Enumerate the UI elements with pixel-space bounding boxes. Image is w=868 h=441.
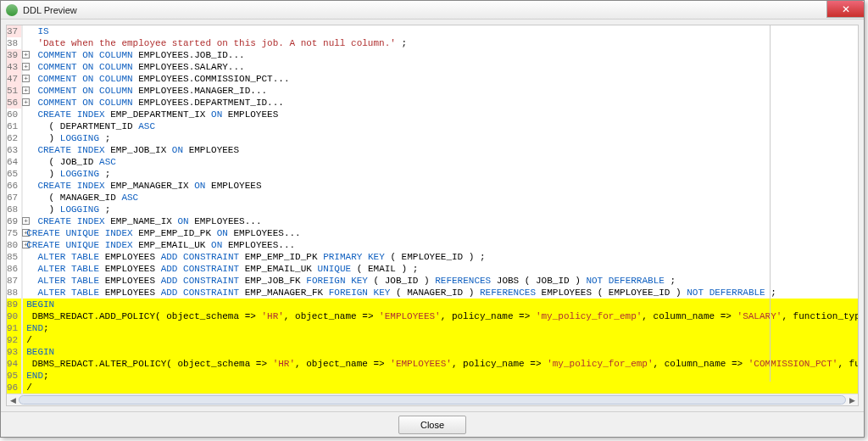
titlebar: DDL Preview ✕ [1,1,864,20]
code-cell[interactable]: CREATE UNIQUE INDEX EMP_EMAIL_UK ON EMPL… [23,239,858,251]
line-number: 37 [7,25,22,37]
code-cell[interactable]: END; [23,370,858,382]
code-line: 51+ COMMENT ON COLUMN EMPLOYEES.MANAGER_… [7,85,858,97]
line-number: 64 [7,156,22,168]
code-line: 47+ COMMENT ON COLUMN EMPLOYEES.COMMISSI… [7,73,858,85]
app-icon [6,4,18,16]
line-number: 51 [7,85,22,97]
code-line: 75+CREATE UNIQUE INDEX EMP_EMP_ID_PK ON … [7,227,858,239]
code-line: 39+ COMMENT ON COLUMN EMPLOYEES.JOB_ID..… [7,49,858,61]
scroll-left-arrow-icon[interactable]: ◀ [7,394,19,406]
code-line: 61 ( DEPARTMENT_ID ASC [7,120,858,132]
line-number: 67 [7,192,22,204]
line-number: 88 [7,287,22,299]
line-number: 68 [7,204,22,215]
code-line: 90 DBMS_REDACT.ADD_POLICY( object_schema… [7,310,858,322]
code-line: 92/ [7,334,858,346]
line-number: 95 [7,370,22,382]
line-number: 47 [7,73,22,85]
window-title: DDL Preview [23,5,77,15]
code-cell[interactable]: BEGIN [23,299,858,310]
code-line: 94 DBMS_REDACT.ALTER_POLICY( object_sche… [7,358,858,370]
line-number: 61 [7,120,22,132]
code-cell[interactable]: DBMS_REDACT.ALTER_POLICY( object_schema … [23,358,858,370]
code-line: 87 ALTER TABLE EMPLOYEES ADD CONSTRAINT … [7,275,858,287]
code-line: 86 ALTER TABLE EMPLOYEES ADD CONSTRAINT … [7,263,858,275]
code-line: 67 ( MANAGER_ID ASC [7,192,858,204]
code-line: 89BEGIN [7,299,858,310]
footer-bar: Close [1,411,864,437]
code-cell[interactable]: / [23,382,858,394]
code-cell[interactable]: IS [23,25,858,37]
code-cell[interactable]: BEGIN [23,346,858,358]
code-cell[interactable]: COMMENT ON COLUMN EMPLOYEES.DEPARTMENT_I… [23,97,858,109]
line-number: 56 [7,97,22,109]
line-number: 87 [7,275,22,287]
scroll-right-arrow-icon[interactable]: ▶ [846,394,858,406]
line-number: 91 [7,322,22,334]
line-number: 80 [7,239,22,251]
close-button[interactable]: Close [398,416,466,434]
code-line: 91END; [7,322,858,334]
code-cell[interactable]: ALTER TABLE EMPLOYEES ADD CONSTRAINT EMP… [23,263,858,275]
code-cell[interactable]: ( MANAGER_ID ASC [23,192,858,204]
code-cell[interactable]: COMMENT ON COLUMN EMPLOYEES.COMMISSION_P… [23,73,858,85]
line-number: 96 [7,382,22,394]
line-number: 75 [7,227,22,239]
code-line: 56+ COMMENT ON COLUMN EMPLOYEES.DEPARTME… [7,97,858,109]
code-line: 93BEGIN [7,346,858,358]
code-line: 62 ) LOGGING ; [7,132,858,144]
line-number: 43 [7,61,22,73]
code-cell[interactable]: ) LOGGING ; [23,132,858,144]
code-line: 37 IS [7,25,858,37]
code-cell[interactable]: ALTER TABLE EMPLOYEES ADD CONSTRAINT EMP… [23,275,858,287]
code-line: 60 CREATE INDEX EMP_DEPARTMENT_IX ON EMP… [7,109,858,120]
code-cell[interactable]: END; [23,322,858,334]
code-cell[interactable]: ) LOGGING ; [23,204,858,215]
line-number: 94 [7,358,22,370]
code-cell[interactable]: CREATE INDEX EMP_NAME_IX ON EMPLOYEES... [23,215,858,227]
line-number: 89 [7,299,22,310]
code-line: 68 ) LOGGING ; [7,204,858,215]
line-number: 66 [7,180,22,192]
code-cell[interactable]: COMMENT ON COLUMN EMPLOYEES.JOB_ID... [23,49,858,61]
code-cell[interactable]: DBMS_REDACT.ADD_POLICY( object_schema =>… [23,310,858,322]
code-line: 69+ CREATE INDEX EMP_NAME_IX ON EMPLOYEE… [7,215,858,227]
code-line: 66 CREATE INDEX EMP_MANAGER_IX ON EMPLOY… [7,180,858,192]
scrollbar-thumb[interactable] [19,395,846,405]
code-line: 88 ALTER TABLE EMPLOYEES ADD CONSTRAINT … [7,287,858,299]
code-table: 37 IS38 'Date when the employee started … [7,25,858,394]
code-cell[interactable]: COMMENT ON COLUMN EMPLOYEES.SALARY... [23,61,858,73]
horizontal-scrollbar[interactable]: ◀ ▶ [7,394,858,405]
code-cell[interactable]: COMMENT ON COLUMN EMPLOYEES.MANAGER_ID..… [23,85,858,97]
code-cell[interactable]: ALTER TABLE EMPLOYEES ADD CONSTRAINT EMP… [23,287,858,299]
code-cell[interactable]: CREATE INDEX EMP_MANAGER_IX ON EMPLOYEES [23,180,858,192]
code-cell[interactable]: ALTER TABLE EMPLOYEES ADD CONSTRAINT EMP… [23,251,858,263]
code-line: 95END; [7,370,858,382]
line-number: 60 [7,109,22,120]
close-icon[interactable]: ✕ [826,1,864,18]
line-number: 86 [7,263,22,275]
line-number: 85 [7,251,22,263]
code-line: 38 'Date when the employee started on th… [7,37,858,49]
code-cell[interactable]: ( DEPARTMENT_ID ASC [23,120,858,132]
code-editor[interactable]: 37 IS38 'Date when the employee started … [7,25,858,394]
code-cell[interactable]: CREATE UNIQUE INDEX EMP_EMP_ID_PK ON EMP… [23,227,858,239]
line-number: 62 [7,132,22,144]
code-cell[interactable]: CREATE INDEX EMP_DEPARTMENT_IX ON EMPLOY… [23,109,858,120]
code-cell[interactable]: CREATE INDEX EMP_JOB_IX ON EMPLOYEES [23,144,858,156]
code-line: 64 ( JOB_ID ASC [7,156,858,168]
code-line: 43+ COMMENT ON COLUMN EMPLOYEES.SALARY..… [7,61,858,73]
code-cell[interactable]: 'Date when the employee started on this … [23,37,858,49]
code-line: 63 CREATE INDEX EMP_JOB_IX ON EMPLOYEES [7,144,858,156]
code-cell[interactable]: ) LOGGING ; [23,168,858,180]
line-number: 92 [7,334,22,346]
line-number: 38 [7,37,22,49]
code-line: 80+CREATE UNIQUE INDEX EMP_EMAIL_UK ON E… [7,239,858,251]
code-cell[interactable]: / [23,334,858,346]
code-line: 96/ [7,382,858,394]
line-number: 39 [7,49,22,61]
code-line: 85 ALTER TABLE EMPLOYEES ADD CONSTRAINT … [7,251,858,263]
code-cell[interactable]: ( JOB_ID ASC [23,156,858,168]
line-number: 69 [7,215,22,227]
